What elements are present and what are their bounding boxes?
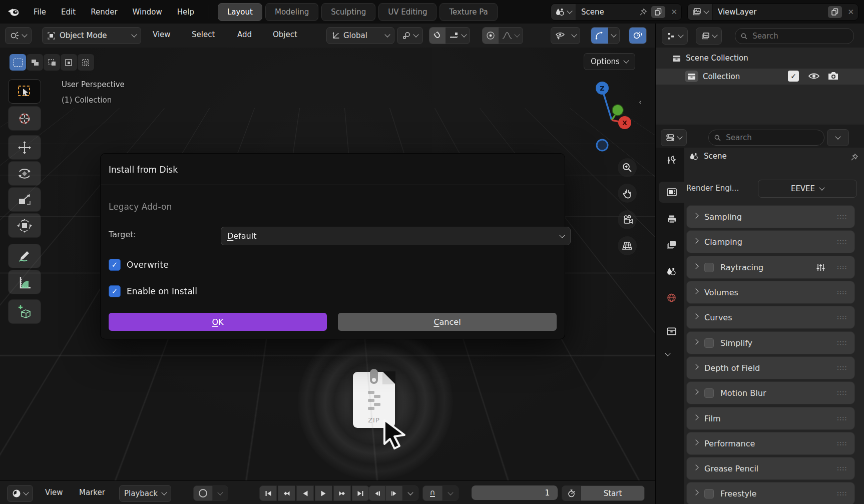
drag-handle[interactable]: ∷∷ bbox=[837, 314, 847, 321]
select-mode-invert[interactable] bbox=[61, 54, 77, 71]
breadcrumb-scene[interactable]: Scene bbox=[704, 152, 727, 161]
viewport-menu-view[interactable]: View bbox=[153, 30, 171, 39]
tool-cursor[interactable] bbox=[8, 106, 41, 131]
proportional-falloff-button[interactable] bbox=[499, 28, 523, 44]
drag-handle[interactable]: ∷∷ bbox=[837, 389, 847, 397]
workspace-tab-texture-paint[interactable]: Texture Pa bbox=[440, 3, 497, 21]
viewport-menu-add[interactable]: Add bbox=[237, 30, 252, 39]
editor-type-button[interactable] bbox=[5, 27, 32, 44]
overwrite-checkbox[interactable]: ✓ bbox=[109, 259, 121, 271]
section-clamping[interactable]: Clamping ∷∷ bbox=[686, 230, 855, 253]
tab-tool[interactable] bbox=[659, 150, 684, 171]
outliner-row-collection[interactable]: Collection bbox=[685, 71, 740, 82]
pivot-point-dropdown[interactable] bbox=[397, 27, 423, 44]
scene-browse-button[interactable] bbox=[551, 4, 576, 20]
drag-handle[interactable]: ∷∷ bbox=[837, 490, 847, 497]
workspace-tab-layout[interactable]: Layout bbox=[218, 3, 262, 21]
jump-to-start-button[interactable] bbox=[259, 485, 277, 501]
visibility-dropdown[interactable] bbox=[569, 28, 580, 44]
tabs-scroll-down-icon[interactable] bbox=[666, 348, 670, 357]
tool-scale[interactable] bbox=[8, 187, 41, 212]
properties-search-input[interactable] bbox=[725, 133, 818, 143]
scene-name[interactable]: Scene bbox=[576, 8, 637, 17]
show-gizmo-visibility-button[interactable] bbox=[551, 28, 569, 44]
play-reverse-button[interactable] bbox=[296, 485, 314, 501]
properties-search[interactable] bbox=[708, 130, 824, 146]
drag-handle[interactable]: ∷∷ bbox=[837, 364, 847, 372]
workspace-tab-modeling[interactable]: Modeling bbox=[265, 3, 318, 21]
outliner-editor-type-button[interactable] bbox=[662, 28, 688, 45]
viewport-menu-object[interactable]: Object bbox=[273, 30, 297, 39]
tool-transform[interactable] bbox=[8, 213, 41, 238]
outliner-row-scene-collection[interactable]: Scene Collection bbox=[672, 54, 748, 63]
tab-view-layer[interactable] bbox=[659, 234, 684, 255]
zoom-button[interactable] bbox=[618, 158, 637, 177]
jump-to-prev-keyframe-button[interactable] bbox=[278, 485, 295, 501]
section-performance[interactable]: Performance ∷∷ bbox=[686, 432, 855, 455]
show-gizmos-toggle[interactable] bbox=[591, 28, 608, 44]
enable-on-install-checkbox[interactable]: ✓ bbox=[109, 285, 121, 297]
section-raytracing[interactable]: Raytracing ∷∷ bbox=[686, 256, 855, 279]
viewlayer-name[interactable]: ViewLayer bbox=[713, 8, 826, 17]
navigation-gizmo[interactable]: Z X bbox=[581, 75, 646, 158]
tab-world[interactable] bbox=[659, 287, 684, 308]
frame-step-dropdown[interactable] bbox=[402, 485, 418, 501]
section-motion-blur[interactable]: Motion Blur ∷∷ bbox=[686, 381, 855, 404]
outliner-display-mode-button[interactable] bbox=[696, 28, 722, 45]
menu-render[interactable]: Render bbox=[83, 0, 125, 24]
workspace-tab-sculpting[interactable]: Sculpting bbox=[321, 3, 375, 21]
viewport-menu-select[interactable]: Select bbox=[192, 30, 215, 39]
pan-button[interactable] bbox=[618, 184, 637, 203]
cancel-button[interactable]: Cancel bbox=[338, 313, 557, 331]
scene-copy-button[interactable] bbox=[651, 6, 665, 18]
next-frame-button[interactable] bbox=[385, 485, 402, 501]
timeline-editor-type-button[interactable] bbox=[7, 485, 33, 502]
jump-to-next-keyframe-button[interactable] bbox=[333, 485, 351, 501]
section-volumes[interactable]: Volumes ∷∷ bbox=[686, 281, 855, 304]
tab-output[interactable] bbox=[659, 209, 684, 230]
pin-icon[interactable] bbox=[850, 153, 859, 162]
menu-file[interactable]: File bbox=[26, 0, 54, 24]
tab-render[interactable] bbox=[659, 182, 684, 203]
drag-handle[interactable]: ∷∷ bbox=[837, 339, 847, 347]
simplify-checkbox[interactable] bbox=[704, 338, 714, 348]
outliner-search[interactable] bbox=[735, 28, 854, 44]
select-mode-intersect[interactable] bbox=[78, 54, 94, 71]
drag-handle[interactable]: ∷∷ bbox=[837, 213, 847, 221]
drag-handle[interactable]: ∷∷ bbox=[837, 238, 847, 246]
keying-dropdown[interactable] bbox=[443, 485, 459, 501]
current-frame-field[interactable]: 1 bbox=[472, 485, 558, 500]
jump-to-end-button[interactable] bbox=[352, 485, 369, 501]
frame-start-field[interactable]: Start bbox=[581, 485, 645, 501]
menu-edit[interactable]: Edit bbox=[54, 0, 83, 24]
raytracing-checkbox[interactable] bbox=[704, 263, 714, 272]
tab-scene[interactable] bbox=[659, 261, 684, 282]
playback-dropdown[interactable]: Playback bbox=[119, 485, 171, 502]
select-mode-extend[interactable] bbox=[27, 54, 43, 71]
section-simplify[interactable]: Simplify ∷∷ bbox=[686, 331, 855, 354]
tool-measure[interactable] bbox=[8, 270, 41, 294]
drag-handle[interactable]: ∷∷ bbox=[837, 465, 847, 472]
mode-dropdown[interactable]: Object Mode bbox=[42, 27, 141, 44]
camera-view-button[interactable] bbox=[618, 210, 637, 229]
select-mode-set[interactable] bbox=[10, 54, 26, 71]
show-overlays-toggle[interactable] bbox=[629, 28, 646, 44]
drag-handle[interactable]: ∷∷ bbox=[837, 415, 847, 422]
viewlayer-remove-button[interactable]: ✕ bbox=[843, 8, 858, 17]
drag-handle[interactable]: ∷∷ bbox=[837, 289, 847, 296]
keying-set-button[interactable]: ∩ bbox=[422, 485, 443, 501]
auto-keyframe-toggle[interactable] bbox=[193, 485, 212, 501]
select-mode-subtract[interactable] bbox=[44, 54, 60, 71]
tool-move[interactable] bbox=[8, 135, 41, 160]
outliner-search-input[interactable] bbox=[751, 31, 848, 41]
viewlayer-browse-button[interactable] bbox=[688, 4, 713, 20]
prev-frame-button[interactable] bbox=[368, 485, 385, 501]
scene-unlink-button[interactable]: ✕ bbox=[667, 8, 681, 17]
tool-select-box[interactable] bbox=[8, 79, 41, 104]
ok-button[interactable]: OK bbox=[109, 313, 327, 331]
snap-toggle-button[interactable] bbox=[429, 28, 446, 44]
blender-logo-icon[interactable] bbox=[0, 6, 26, 18]
section-freestyle[interactable]: Freestyle ∷∷ bbox=[686, 482, 855, 504]
tool-add-cube[interactable] bbox=[8, 299, 41, 324]
render-engine-dropdown[interactable]: EEVEE bbox=[758, 180, 857, 198]
